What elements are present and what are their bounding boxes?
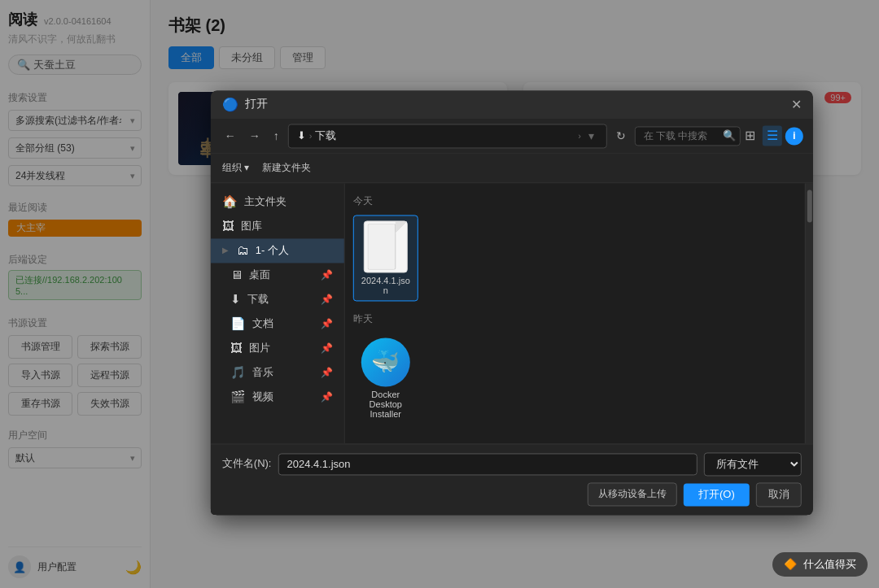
dialog-upload-btn[interactable]: 从移动设备上传 <box>588 482 677 506</box>
watermark-text: 什么值得买 <box>803 558 856 570</box>
dialog-side-downloads[interactable]: ⬇ 下载 📌 <box>211 287 344 311</box>
dialog-search-input[interactable] <box>635 126 741 146</box>
watermark-icon: 🔶 <box>784 558 797 570</box>
dialog-toolbar-right: ⊞ ☰ i <box>741 125 803 146</box>
gallery-icon: 🖼 <box>222 219 234 233</box>
organize-label: 组织 ▾ <box>222 161 249 175</box>
file-item-docker[interactable]: 🐳 DockerDesktopInstaller <box>353 333 418 424</box>
dialog-filename-input[interactable] <box>278 453 697 475</box>
file-name-docker: DockerDesktopInstaller <box>370 390 402 419</box>
sidebar-home-label: 主文件夹 <box>244 194 286 209</box>
dialog-toolbar: ← → ↑ ⬇ › 下载 › ▾ ↻ 🔍 ⊞ ☰ i <box>211 119 813 154</box>
dialog-side-home[interactable]: 🏠 主文件夹 <box>211 189 344 214</box>
sidebar-downloads-label: 下载 <box>247 292 269 307</box>
dialog-title-icon: 🔵 <box>222 97 238 112</box>
svg-line-3 <box>396 224 404 232</box>
pin-icon-music: 📌 <box>321 367 333 378</box>
sidebar-docs-label: 文档 <box>252 316 273 331</box>
dialog-path-arrow2: › <box>578 131 581 141</box>
view-grid-btn[interactable]: ⊞ <box>741 125 759 146</box>
dialog-organize-bar: 组织 ▾ 新建文件夹 <box>211 154 813 183</box>
music-icon: 🎵 <box>230 365 246 380</box>
sidebar-desktop-label: 桌面 <box>249 268 270 282</box>
sidebar-pics-label: 图片 <box>249 341 270 355</box>
view-list-btn[interactable]: ☰ <box>763 125 782 146</box>
home-icon: 🏠 <box>222 194 238 209</box>
dialog-scrollbar-thumb <box>807 189 811 222</box>
dialog-back-btn[interactable]: ← <box>221 128 240 144</box>
docs-icon: 📄 <box>230 316 246 331</box>
file-name-json: 2024.4.1.json <box>359 276 413 295</box>
svg-rect-0 <box>368 224 396 269</box>
dialog-scrollbar[interactable] <box>805 183 813 443</box>
expand-icon: ▶ <box>222 246 229 255</box>
dialog-filetype-select[interactable]: 所有文件 <box>704 452 802 476</box>
dialog-close-btn[interactable]: ✕ <box>791 97 802 112</box>
dialog-open-btn[interactable]: 打开(O) <box>684 483 750 506</box>
dialog-sidebar: 🏠 主文件夹 🖼 图库 ▶ 🗂 1- 个人 🖥 桌面 📌 ⬇ 下载 📌 <box>211 183 345 443</box>
dialog-path-download-icon: ⬇ <box>297 129 306 142</box>
folder-icon: 🗂 <box>237 243 249 257</box>
sidebar-gallery-label: 图库 <box>241 219 262 233</box>
new-folder-btn[interactable]: 新建文件夹 <box>256 159 317 177</box>
section-yesterday: 昨天 <box>353 312 797 326</box>
dialog-titlebar: 🔵 打开 ✕ <box>211 90 813 119</box>
organize-btn[interactable]: 组织 ▾ <box>222 161 249 175</box>
json-file-svg <box>368 224 404 269</box>
dialog-title-left: 🔵 打开 <box>222 97 268 112</box>
dialog-side-music[interactable]: 🎵 音乐 📌 <box>211 360 344 385</box>
pin-icon-video: 📌 <box>321 391 333 403</box>
svg-marker-1 <box>396 224 404 232</box>
pics-icon: 🖼 <box>230 341 243 355</box>
dialog-side-desktop[interactable]: 🖥 桌面 📌 <box>211 263 344 287</box>
dialog-cancel-btn[interactable]: 取消 <box>756 482 802 507</box>
pin-icon-docs: 📌 <box>321 318 333 329</box>
dialog-footer: 文件名(N): 所有文件 从移动设备上传 打开(O) 取消 <box>211 443 813 515</box>
file-grid-today: 2024.4.1.json <box>353 215 797 301</box>
dialog-title-text: 打开 <box>245 97 268 111</box>
pin-icon-downloads: 📌 <box>321 294 333 305</box>
dialog-side-personal[interactable]: ▶ 🗂 1- 个人 <box>211 238 344 263</box>
dialog-side-video[interactable]: 🎬 视频 📌 <box>211 385 344 409</box>
dialog-actions-row: 从移动设备上传 打开(O) 取消 <box>222 482 802 507</box>
file-open-dialog: 🔵 打开 ✕ ← → ↑ ⬇ › 下载 › ▾ ↻ 🔍 ⊞ ☰ i 组织 ▾ 新… <box>211 90 813 515</box>
dialog-side-gallery[interactable]: 🖼 图库 <box>211 214 344 238</box>
dialog-side-pics[interactable]: 🖼 图片 📌 <box>211 336 344 360</box>
dialog-path-text: 下载 <box>315 128 575 143</box>
dialog-main-area: 今天 2024.4.1.json <box>345 183 805 443</box>
svg-marker-2 <box>396 224 404 232</box>
dialog-body: 🏠 主文件夹 🖼 图库 ▶ 🗂 1- 个人 🖥 桌面 📌 ⬇ 下载 📌 <box>211 183 813 443</box>
dialog-filename-label: 文件名(N): <box>222 456 272 471</box>
sidebar-video-label: 视频 <box>252 390 273 404</box>
docker-icon: 🐳 <box>361 338 410 386</box>
info-btn[interactable]: i <box>785 127 803 145</box>
dialog-path-dropdown-btn[interactable]: ▾ <box>584 128 598 144</box>
dialog-side-docs[interactable]: 📄 文档 📌 <box>211 311 344 336</box>
download-icon: ⬇ <box>230 292 241 307</box>
watermark: 🔶 什么值得买 <box>772 552 868 577</box>
dialog-refresh-btn[interactable]: ↻ <box>612 128 630 144</box>
dialog-scrollbar-area: 今天 2024.4.1.json <box>345 183 813 443</box>
dialog-path-separator: › <box>309 131 313 141</box>
sidebar-music-label: 音乐 <box>252 365 273 380</box>
desktop-icon: 🖥 <box>230 268 243 281</box>
pin-icon-desktop: 📌 <box>321 269 333 281</box>
file-item-json[interactable]: 2024.4.1.json <box>353 215 418 301</box>
json-file-icon <box>364 220 408 272</box>
dialog-filename-row: 文件名(N): 所有文件 <box>222 452 802 476</box>
dialog-forward-btn[interactable]: → <box>245 128 265 144</box>
section-today: 今天 <box>353 194 797 208</box>
dialog-up-btn[interactable]: ↑ <box>269 128 283 144</box>
dialog-path-bar[interactable]: ⬇ › 下载 › ▾ <box>288 124 607 148</box>
pin-icon-pics: 📌 <box>321 342 333 354</box>
sidebar-personal-label: 1- 个人 <box>256 243 289 258</box>
video-icon: 🎬 <box>230 390 246 404</box>
file-grid-yesterday: 🐳 DockerDesktopInstaller <box>353 333 797 424</box>
